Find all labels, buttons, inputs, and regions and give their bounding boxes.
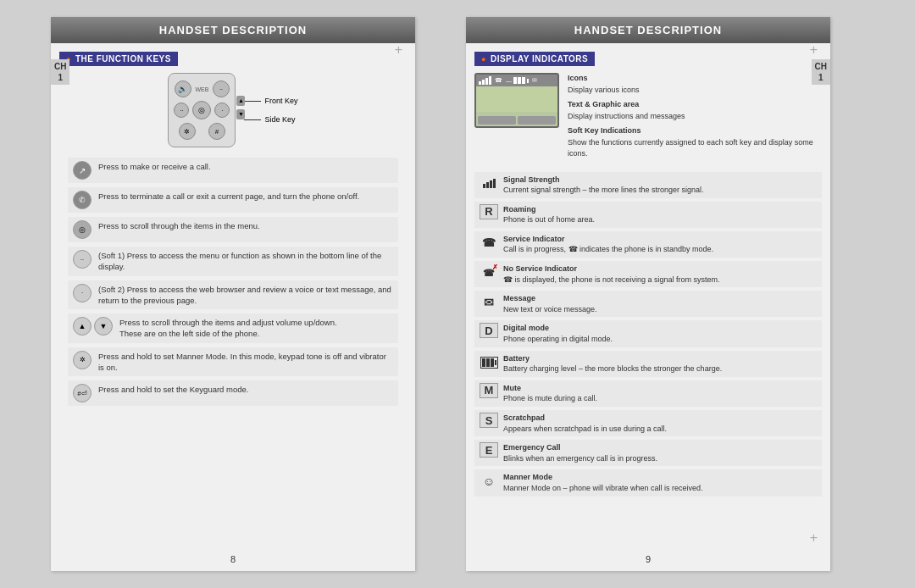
soft1-icon: ·· bbox=[73, 250, 92, 269]
key-row-call: ↗ Press to make or receive a call. bbox=[68, 158, 398, 183]
battery-display bbox=[513, 77, 529, 84]
side-key-label: Side Key bbox=[244, 115, 297, 124]
keyguard-text: Press and hold to set the Keyguard mode. bbox=[98, 384, 248, 395]
soft1-text: (Soft 1) Press to access the menu or fun… bbox=[98, 250, 393, 273]
emergency-icon: E bbox=[480, 442, 498, 458]
service-text: Service Indicator Call is in progress, ☎… bbox=[503, 234, 713, 255]
manner-mode-icon: ☺ bbox=[480, 472, 498, 491]
end-text: Press to terminate a call or exit a curr… bbox=[98, 191, 359, 202]
crosshair-bottom-right: + bbox=[810, 530, 818, 546]
icons-label: Icons Display various icons bbox=[568, 73, 822, 96]
digital-text: Digital mode Phone operating in digital … bbox=[503, 323, 613, 344]
left-page-num: 8 bbox=[230, 554, 236, 564]
roaming-icon: R bbox=[480, 204, 498, 219]
soft2-text: (Soft 2) Press to access the web browser… bbox=[98, 284, 393, 307]
side-buttons: ▲ ▼ bbox=[236, 96, 245, 119]
indicator-scratchpad: S Scratchpad Appears when scratchpad is … bbox=[474, 410, 822, 436]
crosshair-top-right: + bbox=[810, 42, 818, 58]
keyguard-icon: #⏎ bbox=[73, 384, 92, 402]
indicator-manner: ☺ Manner Mode Manner Mode on – phone wil… bbox=[474, 469, 822, 496]
indicator-battery: Battery Battery charging level – the mor… bbox=[474, 351, 822, 377]
right-page: CH1 HANDSET DESCRIPTION DISPLAY INDICATO… bbox=[466, 17, 830, 571]
key-rows-container: ↗ Press to make or receive a call. ✆ Pre… bbox=[59, 154, 407, 413]
indicator-roaming: R Roaming Phone is out of home area. bbox=[474, 202, 822, 228]
indicator-message: ✉ Message New text or voice message. bbox=[474, 291, 822, 317]
section-header-function-keys: THE FUNCTION KEYS bbox=[59, 52, 178, 66]
scratchpad-text: Scratchpad Appears when scratchpad is in… bbox=[503, 413, 667, 434]
end-icon: ✆ bbox=[73, 191, 92, 209]
ch-label-right: CH1 bbox=[812, 59, 830, 85]
softkey-label: Soft Key Indications Show the functions … bbox=[568, 125, 822, 160]
scratchpad-icon: S bbox=[480, 413, 498, 428]
no-service-icon: ☎✗ bbox=[480, 263, 498, 282]
indicator-service: ☎ Service Indicator Call is in progress,… bbox=[474, 231, 822, 258]
key-row-keyguard: #⏎ Press and hold to set the Keyguard mo… bbox=[68, 380, 398, 406]
softkey-left bbox=[478, 116, 516, 125]
indicator-no-service: ☎✗ No Service Indicator ☎ is displayed, … bbox=[474, 261, 822, 287]
nav-center: ◎ bbox=[192, 101, 211, 119]
nav-right: · bbox=[214, 103, 230, 118]
signal-bars-display bbox=[479, 76, 491, 85]
roaming-text: Roaming Phone is out of home area. bbox=[503, 204, 595, 225]
diagram-labels: Front Key Side Key bbox=[244, 97, 297, 124]
scroll-icon: ◎ bbox=[73, 220, 92, 239]
manner-mode-text: Manner Mode Manner Mode on – phone will … bbox=[503, 472, 703, 493]
section-header-display: DISPLAY INDICATORS bbox=[474, 52, 595, 66]
phone-diagram: 🔊 WEB ·· ·· ◎ · ✲ # bbox=[59, 73, 407, 147]
text-area-label: Text & Graphic area Display instructions… bbox=[568, 99, 822, 122]
scroll-text: Press to scroll through the items in the… bbox=[98, 220, 260, 231]
key-row-scroll: ◎ Press to scroll through the items in t… bbox=[68, 217, 398, 242]
key-row-volume: ▲ ▼ Press to scroll through the items an… bbox=[68, 313, 398, 343]
manner-icon: ✲ bbox=[73, 351, 92, 369]
volume-icons: ▲ ▼ bbox=[73, 317, 113, 336]
softkey-right bbox=[518, 116, 556, 125]
battery-icon-indicator bbox=[480, 353, 498, 372]
mute-text: Mute Phone is mute during a call. bbox=[503, 383, 597, 404]
message-icon: ✉ bbox=[480, 293, 498, 312]
key-row-manner: ✲ Press and hold to set Manner Mode. In … bbox=[68, 347, 398, 377]
indicator-mute: M Mute Phone is mute during a call. bbox=[474, 380, 822, 407]
emergency-text: Emergency Call Blinks when an emergency … bbox=[503, 442, 657, 463]
web-label: WEB bbox=[195, 86, 208, 92]
right-page-num: 9 bbox=[646, 554, 651, 564]
signal-icon bbox=[480, 175, 498, 193]
indicator-emergency: E Emergency Call Blinks when an emergenc… bbox=[474, 440, 822, 466]
key-row-soft1: ·· (Soft 1) Press to access the menu or … bbox=[68, 247, 398, 276]
manner-text: Press and hold to set Manner Mode. In th… bbox=[98, 351, 393, 374]
crosshair-top-left: + bbox=[395, 42, 402, 58]
web-btn: ·· bbox=[213, 80, 230, 97]
vol-down-icon: ▼ bbox=[94, 317, 113, 336]
function-keys-area: 🔊 WEB ·· ·· ◎ · ✲ # bbox=[51, 73, 415, 413]
digital-icon: D bbox=[480, 323, 498, 338]
speaker-btn: 🔊 bbox=[175, 80, 191, 97]
nav-left: ·· bbox=[174, 103, 189, 118]
left-page-header: HANDSET DESCRIPTION bbox=[51, 17, 415, 43]
mute-icon: M bbox=[480, 383, 498, 398]
key-row-end: ✆ Press to terminate a call or exit a cu… bbox=[68, 187, 398, 213]
key-row-soft2: · (Soft 2) Press to access the web brows… bbox=[68, 280, 398, 310]
signal-text: Signal Strength Current signal strength … bbox=[503, 175, 704, 196]
battery-text: Battery Battery charging level – the mor… bbox=[503, 353, 722, 374]
call-icon: ↗ bbox=[73, 161, 92, 180]
screen-mockup: ☎ — ✉ bbox=[474, 73, 559, 128]
phone-body: 🔊 WEB ·· ·· ◎ · ✲ # bbox=[168, 73, 236, 147]
message-text: Message New text or voice message. bbox=[503, 293, 597, 314]
side-btn-down: ▼ bbox=[236, 109, 245, 119]
soft2-icon: · bbox=[73, 284, 92, 302]
left-page: CH 1 HANDSET DESCRIPTION THE FUNCTION KE… bbox=[51, 17, 415, 571]
service-icon: ☎ bbox=[480, 234, 498, 252]
star-btn: ✲ bbox=[179, 123, 196, 140]
side-btn-up: ▲ bbox=[236, 96, 245, 106]
indicator-signal: Signal Strength Current signal strength … bbox=[474, 172, 822, 198]
hash-btn: # bbox=[208, 123, 225, 140]
indicator-digital: D Digital mode Phone operating in digita… bbox=[474, 320, 822, 347]
indicator-rows: Signal Strength Current signal strength … bbox=[466, 172, 830, 496]
call-text: Press to make or receive a call. bbox=[98, 161, 211, 172]
screen-status-bar: ☎ — ✉ bbox=[476, 75, 557, 86]
volume-text: Press to scroll through the items and ad… bbox=[119, 317, 337, 340]
no-service-text: No Service Indicator ☎ is displayed, the… bbox=[503, 263, 720, 285]
screen-softkeys bbox=[476, 114, 557, 126]
screen-diagram: ☎ — ✉ Icons bbox=[474, 73, 822, 164]
screen-content-area bbox=[476, 86, 557, 112]
front-key-label: Front Key bbox=[244, 97, 297, 105]
